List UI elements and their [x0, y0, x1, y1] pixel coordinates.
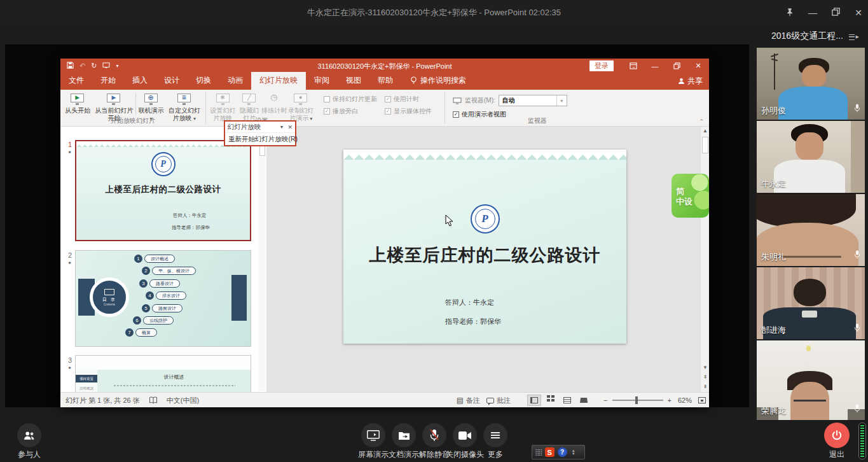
power-icon: [831, 430, 843, 441]
mic-icon: [854, 404, 860, 416]
participant-tile[interactable]: 牛永定: [757, 121, 865, 193]
ime-arrows-icon[interactable]: ▲▼: [572, 449, 575, 456]
doc-share-button[interactable]: [392, 423, 416, 447]
tab-view[interactable]: 视图: [338, 72, 369, 90]
slideshow-view-button[interactable]: [577, 395, 591, 406]
restart-slideshow-menu-item[interactable]: 重新开始幻灯片放映(R): [225, 133, 295, 145]
ppt-restore-icon[interactable]: [666, 59, 687, 73]
drag-handle-icon[interactable]: ⣿⣿: [535, 449, 542, 456]
proofing-icon[interactable]: [149, 396, 158, 404]
slide-sorter-view-button[interactable]: [544, 395, 558, 406]
redo-icon[interactable]: ↻: [91, 62, 97, 70]
notes-button[interactable]: ▤备注: [457, 396, 480, 405]
tab-file[interactable]: 文件: [60, 72, 92, 90]
ppt-close-icon[interactable]: ✕: [687, 59, 709, 73]
collapse-ribbon-icon[interactable]: ⌃: [699, 118, 704, 125]
present-online-button[interactable]: ⊕ 联机演示▾: [136, 91, 166, 117]
close-icon[interactable]: ✕: [853, 8, 864, 18]
record-slideshow-button[interactable]: ● 录制幻灯片演示 ▾: [287, 91, 315, 117]
monitor-dropdown[interactable]: 自动 ▾: [499, 95, 567, 106]
tab-design[interactable]: 设计: [156, 72, 188, 90]
slide-3-thumbnail[interactable]: 项目背景 沿线概况 设计概述: [75, 355, 251, 392]
powerpoint-window: ↶ ↻ ▾ 311602030120牛永定+郭保华 - PowerPoint 登…: [60, 59, 709, 407]
tab-animations[interactable]: 动画: [219, 72, 251, 90]
participants-label: 参与人: [12, 449, 46, 460]
more-button[interactable]: [483, 423, 507, 447]
hide-slide-button[interactable]: ╱ 隐藏幻灯片: [237, 91, 261, 117]
screen-share-button[interactable]: [361, 423, 385, 447]
ribbon-display-icon[interactable]: [623, 59, 644, 73]
slide-1-number: 1✶: [62, 141, 72, 155]
tab-insert[interactable]: 插入: [124, 72, 156, 90]
scroll-up-icon[interactable]: ▲: [701, 128, 710, 134]
normal-view-button[interactable]: [527, 395, 541, 406]
group-setup-checkboxes: 保持幻灯片更新 播放旁白 使用计时 显示媒体控件: [317, 90, 444, 126]
ppt-minimize-icon[interactable]: —: [644, 59, 666, 73]
reading-view-button[interactable]: [560, 395, 574, 406]
previous-slide-icon[interactable]: ⇞: [701, 374, 710, 380]
participant-name: 孙明俊: [761, 105, 786, 116]
use-timings-checkbox[interactable]: 使用计时: [385, 95, 432, 104]
screen-play-icon: ▶: [106, 93, 121, 106]
login-button[interactable]: 登录: [589, 60, 614, 71]
main-vertical-scrollbar[interactable]: ▲ ▼ ⇞ ⇟: [700, 127, 709, 392]
keep-slides-updated-checkbox[interactable]: 保持幻灯片更新: [324, 95, 377, 104]
share-button[interactable]: 共享: [678, 76, 703, 87]
setup-slideshow-button[interactable]: ✱ 设置幻灯片放映: [209, 91, 237, 117]
rehearse-timings-button[interactable]: ◷ 排练计时: [262, 91, 287, 117]
tab-slideshow[interactable]: 幻灯片放映: [251, 72, 306, 90]
fit-to-window-icon[interactable]: [698, 397, 706, 403]
participant-tile[interactable]: 孙明俊: [757, 48, 865, 120]
custom-slideshow-button[interactable]: ≣ 自定义幻灯片放映 ▾: [166, 91, 203, 117]
screen-share-label: 屏幕演示: [358, 449, 389, 460]
from-beginning-button[interactable]: ▶ 从头开始: [63, 91, 93, 117]
participant-tile[interactable]: 郜进海: [757, 267, 865, 339]
unmute-button[interactable]: [422, 423, 446, 447]
participants-button[interactable]: [17, 423, 41, 447]
qat-customize-caret[interactable]: ▾: [116, 63, 118, 69]
jianzhongshe-watermark: 简 中设: [672, 174, 709, 218]
slideshow-qat-icon[interactable]: [102, 62, 110, 70]
more-label: 更多: [480, 449, 511, 460]
show-media-controls-checkbox[interactable]: 显示媒体控件: [385, 107, 432, 116]
main-slide-canvas[interactable]: P 上楼至后庄村的二级公路设计 答辩人：牛永定 指导老师：郭保华: [343, 150, 626, 344]
from-current-slide-button[interactable]: ▶ 从当前幻灯片开始: [93, 91, 136, 117]
sidebar-menu-icon[interactable]: ▶: [849, 33, 859, 41]
school-logo: P: [151, 152, 176, 176]
next-slide-icon[interactable]: ⇟: [701, 384, 710, 389]
camera-off-button[interactable]: [453, 423, 477, 447]
participant-tile[interactable]: 荣腾龙: [757, 340, 865, 420]
sogou-icon[interactable]: S: [545, 447, 555, 457]
slide-editor-area: P 上楼至后庄村的二级公路设计 答辩人：牛永定 指导老师：郭保华: [267, 127, 700, 392]
chevron-down-icon[interactable]: ▼: [280, 125, 284, 129]
language-status[interactable]: 中文(中国): [167, 396, 199, 405]
exit-button[interactable]: [824, 423, 850, 448]
close-icon[interactable]: ✕: [287, 124, 293, 130]
participant-tile[interactable]: 朱明礼: [757, 194, 865, 266]
zoom-out-icon[interactable]: −: [603, 396, 607, 404]
pin-icon[interactable]: [784, 8, 796, 18]
zoom-level[interactable]: 62%: [678, 396, 692, 404]
scroll-down-icon[interactable]: ▼: [701, 365, 710, 370]
ime-toolbar[interactable]: ⣿⣿ S ? ▲▼: [532, 445, 585, 459]
tell-me-search[interactable]: 操作说明搜索: [410, 75, 466, 90]
tab-help[interactable]: 帮助: [369, 72, 401, 90]
zoom-slider[interactable]: [612, 400, 663, 401]
save-icon[interactable]: [67, 62, 74, 70]
undo-icon[interactable]: ↶: [79, 62, 85, 70]
play-narrations-checkbox[interactable]: 播放旁白: [324, 107, 377, 116]
help-icon[interactable]: ?: [558, 447, 567, 457]
tab-transitions[interactable]: 切换: [188, 72, 219, 90]
slide-2-thumbnail[interactable]: 目 录 Contents 1设计概述 2平、纵、横设计 3路基设计 4排水设计 …: [75, 250, 251, 347]
tab-review[interactable]: 审阅: [306, 72, 338, 90]
comments-button[interactable]: 批注: [486, 396, 511, 405]
monitor-label: 监视器(M):: [465, 96, 495, 105]
slide-thumbnail-panel: 1✶ P 上楼至后庄村的二级公路设计 答辩人：牛永定 指导老师：郭保华 2✶: [60, 127, 267, 392]
exit-label: 退出: [822, 449, 852, 460]
zoom-in-icon[interactable]: +: [668, 396, 672, 404]
restore-icon[interactable]: [830, 8, 841, 18]
thumbnail-scrollbar[interactable]: ▲: [259, 127, 266, 391]
slide-1-thumbnail[interactable]: P 上楼至后庄村的二级公路设计 答辩人：牛永定 指导老师：郭保华: [75, 140, 251, 241]
tab-home[interactable]: 开始: [92, 72, 124, 90]
minimize-icon[interactable]: —: [807, 8, 818, 18]
